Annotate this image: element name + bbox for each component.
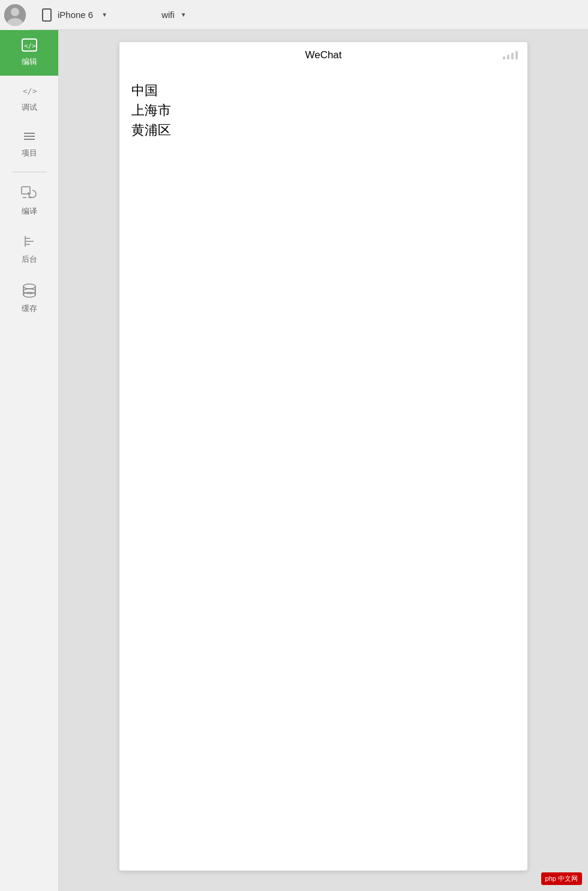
sidebar-label-cache: 缓存 <box>22 303 37 314</box>
phone-simulator: WeChat 中国 上海市 黄浦区 <box>119 42 527 871</box>
phone-status-bar: WeChat <box>119 42 527 68</box>
device-icon <box>42 8 52 22</box>
avatar-area <box>0 0 30 30</box>
watermark: php 中文网 <box>541 872 582 885</box>
device-selector[interactable]: iPhone 6 ▼ wifi ▼ <box>30 8 588 22</box>
sidebar-item-backend[interactable]: 后台 <box>0 225 58 273</box>
sidebar-item-project[interactable]: 项目 <box>0 121 58 167</box>
svg-text:</>: </> <box>23 86 37 95</box>
sidebar-divider-1 <box>11 172 46 172</box>
svg-point-16 <box>23 284 35 289</box>
sidebar-item-cache[interactable]: 缓存 <box>0 273 58 322</box>
sidebar-item-edit[interactable]: </> 编辑 <box>0 30 58 76</box>
sidebar-label-project: 项目 <box>22 148 37 159</box>
location-line-2: 上海市 <box>131 100 515 120</box>
wifi-label: wifi <box>161 10 175 20</box>
sidebar-label-compile: 编译 <box>22 206 37 217</box>
project-icon <box>22 130 37 145</box>
svg-point-22 <box>23 292 35 297</box>
signal-bar-3 <box>511 53 514 59</box>
signal-bar-2 <box>507 55 509 59</box>
avatar <box>4 4 26 26</box>
debug-icon: </> <box>22 84 37 100</box>
main-layout: </> 编辑 </> 调试 项目 <box>0 30 588 891</box>
content-area: WeChat 中国 上海市 黄浦区 <box>59 30 588 891</box>
sidebar-label-backend: 后台 <box>22 254 37 265</box>
compile-icon <box>20 186 38 204</box>
signal-bar-1 <box>503 56 505 59</box>
location-line-1: 中国 <box>131 80 515 100</box>
device-name: iPhone 6 <box>58 10 93 20</box>
svg-text:</>: </> <box>24 42 36 50</box>
location-line-3: 黄浦区 <box>131 120 515 140</box>
top-bar: iPhone 6 ▼ wifi ▼ <box>0 0 588 30</box>
svg-point-1 <box>11 8 19 16</box>
signal-bar-4 <box>515 51 518 59</box>
backend-icon <box>22 234 37 252</box>
wifi-section[interactable]: wifi ▼ <box>161 10 187 20</box>
phone-signal-area <box>503 51 518 59</box>
phone-app-title: WeChat <box>305 49 341 61</box>
sidebar-label-debug: 调试 <box>22 102 37 113</box>
sidebar-item-compile[interactable]: 编译 <box>0 177 58 225</box>
sidebar-item-debug[interactable]: </> 调试 <box>0 76 58 121</box>
cache-icon <box>21 282 38 301</box>
location-display: 中国 上海市 黄浦区 <box>131 80 515 140</box>
wifi-dropdown-arrow[interactable]: ▼ <box>181 11 187 18</box>
device-dropdown-arrow[interactable]: ▼ <box>101 11 107 18</box>
phone-content: 中国 上海市 黄浦区 <box>119 68 527 871</box>
sidebar-label-edit: 编辑 <box>22 56 37 67</box>
sidebar: </> 编辑 </> 调试 项目 <box>0 30 59 891</box>
edit-code-icon: </> <box>22 38 37 54</box>
